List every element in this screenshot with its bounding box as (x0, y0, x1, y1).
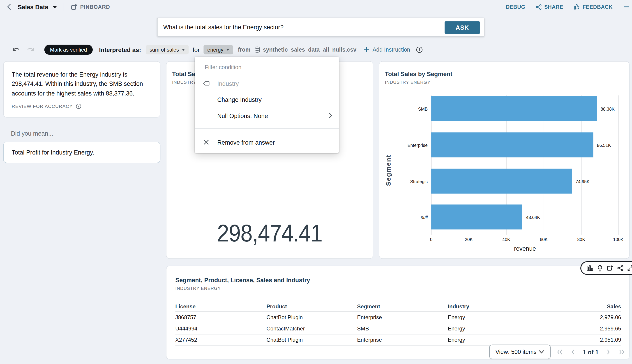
table-cell: U444994 (175, 326, 266, 332)
add-instruction-label: Add Instruction (373, 46, 410, 53)
review-label: REVIEW FOR ACCURACY (12, 104, 73, 108)
chart-title: Total Sales by Segment (385, 70, 453, 77)
suggestion-text: Total Profit for Industry Energy. (12, 149, 94, 156)
y-axis-label: Segment (385, 130, 392, 210)
last-page-button[interactable] (618, 349, 625, 355)
question-input[interactable]: What is the total sales for the Energy s… (163, 24, 284, 30)
menu-item-label: Change Industry (217, 96, 262, 103)
x-tick: 0 (423, 237, 440, 242)
interpretation-row: Mark as verified Interpreted as: sum of … (12, 44, 423, 56)
first-page-button[interactable] (557, 349, 563, 355)
table-cell: Energy (448, 314, 538, 320)
bar-smb[interactable] (431, 96, 597, 121)
undo-button[interactable] (12, 46, 21, 53)
table-cell: Energy (448, 326, 538, 332)
did-you-mean-suggestion[interactable]: Total Profit for Industry Energy. (3, 142, 160, 163)
table-cell: 2,951.09 (538, 337, 621, 343)
x-axis-label: revenue (431, 245, 619, 252)
filter-chip-label: energy (207, 46, 223, 52)
info-icon[interactable] (76, 104, 82, 109)
lightbulb-icon[interactable] (597, 265, 603, 272)
metric-chip-label: sum of sales (149, 46, 179, 52)
share-icon (536, 4, 542, 10)
pin-to-board-icon[interactable] (606, 265, 613, 272)
ask-bar: What is the total sales for the Energy s… (157, 18, 485, 37)
header-divider (64, 2, 64, 11)
value-label: 86.51K (597, 143, 611, 148)
column-header[interactable]: Product (266, 304, 357, 310)
feedback-button[interactable]: FEEDBACK (574, 4, 613, 10)
filter-value-chip[interactable]: energy (204, 45, 233, 54)
previous-page-button[interactable] (571, 349, 575, 355)
top-bar: Sales Data PINBOARD DEBUG SHARE (0, 0, 632, 14)
table-row[interactable]: U444994 ContactMatcher SMB Energy 2,959.… (175, 323, 621, 334)
debug-button[interactable]: DEBUG (506, 4, 526, 10)
add-instruction-button[interactable]: Add Instruction (364, 46, 410, 53)
chart-plot-area (431, 96, 619, 235)
share-button[interactable]: SHARE (536, 4, 563, 10)
title-dropdown-caret-icon[interactable] (52, 6, 57, 8)
from-label: from (238, 46, 251, 53)
chevron-down-icon (182, 48, 185, 50)
chart-card-header: Total Sales by Segment INDUSTRY ENERGY (385, 70, 453, 85)
table-cell: SMB (357, 326, 448, 332)
redo-button[interactable] (26, 46, 35, 53)
value-label: 74.95K (576, 179, 590, 184)
ask-button[interactable]: ASK (445, 22, 480, 34)
table-subtitle: INDUSTRY ENERGY (175, 286, 310, 290)
header-right: DEBUG SHARE FEEDBACK (506, 0, 629, 14)
pinboard-icon (71, 4, 77, 10)
share-icon[interactable] (617, 265, 624, 272)
metric-chip[interactable]: sum of sales (146, 45, 188, 54)
menu-item-remove-from-answer[interactable]: Remove from answer (195, 133, 339, 151)
column-header[interactable]: License (175, 304, 266, 310)
x-tick: 100K (609, 237, 627, 242)
kpi-value: 298,474.41 (177, 220, 362, 247)
app-root: Sales Data PINBOARD DEBUG SHARE (0, 0, 632, 364)
menu-divider (195, 128, 339, 129)
table-cell: 2,959.65 (538, 326, 621, 332)
menu-item-change-industry[interactable]: Change Industry (195, 92, 339, 108)
source-file-label: synthetic_sales_data_all_nulls.csv (263, 46, 356, 53)
items-per-page-select[interactable]: View: 500 items (489, 345, 551, 359)
answer-text: The total revenue for the Energy industr… (12, 70, 152, 98)
category-label: Enterprise (379, 143, 428, 148)
pinboard-button[interactable]: PINBOARD (71, 4, 110, 10)
bar-enterprise[interactable] (431, 132, 593, 158)
redo-icon (26, 46, 35, 53)
table-cell: X277452 (175, 337, 266, 343)
table-row[interactable]: J868757 ChatBot Plugin Enterprise Energy… (175, 312, 621, 323)
chevron-down-icon (226, 48, 229, 50)
menu-item-null-options[interactable]: Null Options: None (195, 108, 339, 124)
expand-icon[interactable] (627, 265, 632, 272)
column-header[interactable]: Industry (448, 304, 538, 310)
close-icon (202, 139, 210, 145)
category-label: Strategic (379, 179, 428, 184)
table-cell: Enterprise (357, 337, 448, 343)
mark-as-verified-button[interactable]: Mark as verified (45, 44, 93, 54)
column-header[interactable]: Sales (538, 304, 621, 310)
debug-label: DEBUG (506, 4, 526, 10)
table-cell: ContactMatcher (266, 326, 357, 332)
page-info: 1 of 1 (583, 348, 599, 355)
menu-header: Filter condition (195, 60, 339, 75)
back-button[interactable] (5, 2, 14, 11)
clipped-menu-item (624, 6, 628, 8)
undo-icon (12, 46, 21, 53)
table-row[interactable]: X277452 ChatBot Plugin Enterprise Energy… (175, 334, 621, 346)
bar-strategic[interactable] (431, 169, 572, 194)
pagination-controls: 1 of 1 (557, 345, 625, 359)
column-header[interactable]: Segment (357, 304, 448, 310)
tag-icon (202, 80, 210, 87)
detail-table-card: Segment, Product, License, Sales and Ind… (166, 266, 629, 359)
table-cell: 2,979.06 (538, 314, 621, 320)
chart-subtitle: INDUSTRY ENERGY (385, 80, 453, 84)
bar-chart-icon[interactable] (586, 265, 593, 272)
instruction-info-button[interactable] (416, 46, 423, 53)
pencil-icon (202, 96, 210, 103)
table-card-header: Segment, Product, License, Sales and Ind… (175, 276, 310, 291)
value-label: 48.64K (526, 215, 540, 220)
review-for-accuracy: REVIEW FOR ACCURACY (12, 104, 82, 109)
next-page-button[interactable] (607, 349, 610, 355)
bar-null[interactable] (431, 204, 522, 230)
